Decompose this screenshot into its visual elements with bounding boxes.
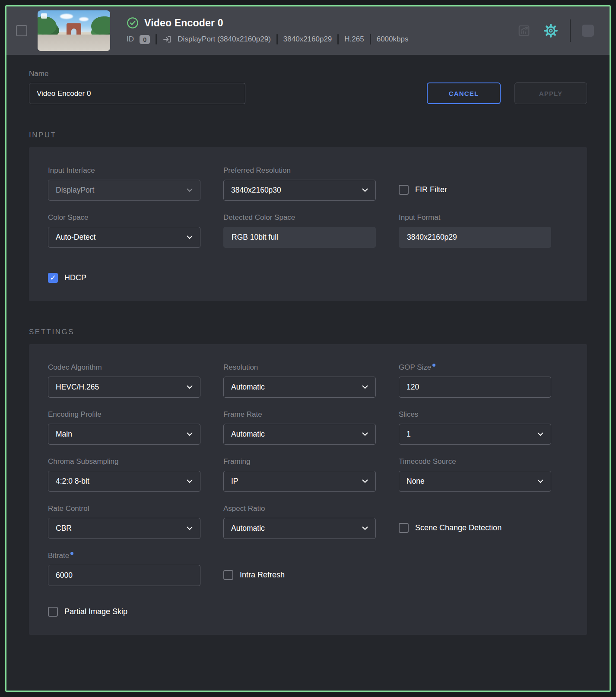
select-encoder-checkbox[interactable] bbox=[16, 25, 27, 36]
settings-panel: Codec Algorithm HEVC/H.265 Resolution Au… bbox=[29, 344, 587, 635]
aspect-ratio-select[interactable]: Automatic bbox=[223, 518, 376, 539]
detected-color-space-field: Detected Color Space RGB 10bit full bbox=[223, 213, 376, 248]
fir-filter-label: FIR Filter bbox=[415, 185, 447, 194]
framing-label: Framing bbox=[223, 457, 376, 466]
meta-source: DisplayPort (3840x2160p29) bbox=[178, 35, 270, 44]
color-swatch-button[interactable] bbox=[582, 25, 594, 37]
encoder-title: Video Encoder 0 bbox=[144, 17, 223, 29]
video-preview-thumbnail[interactable] bbox=[38, 10, 110, 51]
input-format-value: 3840x2160p29 bbox=[399, 227, 551, 248]
id-label: ID bbox=[127, 35, 134, 44]
encoder-header: Video Encoder 0 ID 0 DisplayPort (3840x2… bbox=[6, 6, 610, 55]
codec-algorithm-select[interactable]: HEVC/H.265 bbox=[48, 377, 200, 398]
cancel-button[interactable]: CANCEL bbox=[427, 82, 501, 104]
gear-icon[interactable] bbox=[541, 21, 560, 40]
chroma-subsampling-field: Chroma Subsampling 4:2:0 8-bit bbox=[48, 457, 200, 492]
arch-shape bbox=[67, 23, 81, 35]
fir-filter-checkbox-row[interactable]: FIR Filter bbox=[399, 185, 447, 195]
chroma-subsampling-select[interactable]: 4:2:0 8-bit bbox=[48, 471, 200, 492]
path-shape bbox=[38, 35, 110, 51]
codec-algorithm-label: Codec Algorithm bbox=[48, 363, 200, 372]
timecode-source-label: Timecode Source bbox=[399, 457, 551, 466]
partial-image-skip-checkbox[interactable] bbox=[48, 607, 58, 617]
frame-rate-select[interactable]: Automatic bbox=[223, 424, 376, 445]
chroma-subsampling-label: Chroma Subsampling bbox=[48, 457, 200, 466]
scene-change-detection-label: Scene Change Detection bbox=[415, 523, 502, 532]
cloud-shape bbox=[79, 17, 89, 21]
trees-shape bbox=[91, 16, 110, 35]
slices-select[interactable]: 1 bbox=[399, 424, 551, 445]
divider bbox=[337, 34, 339, 44]
frame-rate-label: Frame Rate bbox=[223, 410, 376, 419]
intra-refresh-checkbox-row[interactable]: Intra Refresh bbox=[223, 570, 285, 580]
modified-dot bbox=[432, 364, 435, 367]
id-badge: 0 bbox=[140, 35, 150, 44]
input-format-field: Input Format 3840x2160p29 bbox=[399, 213, 551, 248]
preferred-resolution-label: Preferred Resolution bbox=[223, 166, 376, 175]
input-format-label: Input Format bbox=[399, 213, 551, 222]
color-space-label: Color Space bbox=[48, 213, 200, 222]
partial-image-skip-label: Partial Image Skip bbox=[64, 607, 127, 616]
gop-size-label: GOP Size bbox=[399, 363, 551, 372]
encoder-meta: ID 0 DisplayPort (3840x2160p29) 3840x216… bbox=[127, 34, 408, 44]
detected-color-space-value: RGB 10bit full bbox=[223, 227, 376, 248]
input-interface-select: DisplayPort bbox=[48, 180, 200, 201]
cloud-shape bbox=[60, 14, 73, 19]
bitrate-input[interactable] bbox=[48, 565, 200, 586]
trees-shape bbox=[38, 16, 57, 35]
apply-button[interactable]: APPLY bbox=[514, 82, 587, 104]
slices-field: Slices 1 bbox=[399, 410, 551, 445]
partial-image-skip-checkbox-row[interactable]: Partial Image Skip bbox=[48, 607, 568, 617]
framing-field: Framing IP bbox=[223, 457, 376, 492]
color-space-select[interactable]: Auto-Detect bbox=[48, 227, 200, 248]
meta-bitrate: 6000kbps bbox=[377, 35, 409, 44]
modified-dot bbox=[70, 552, 73, 555]
meta-codec: H.265 bbox=[344, 35, 364, 44]
divider bbox=[370, 34, 371, 44]
aspect-ratio-field: Aspect Ratio Automatic bbox=[223, 504, 376, 539]
input-section-title: INPUT bbox=[29, 131, 587, 139]
divider bbox=[156, 34, 157, 44]
preferred-resolution-field: Preferred Resolution 3840x2160p30 bbox=[223, 166, 376, 201]
detected-color-space-label: Detected Color Space bbox=[223, 213, 376, 222]
hdcp-checkbox[interactable] bbox=[48, 273, 58, 283]
meta-resolution: 3840x2160p29 bbox=[283, 35, 332, 44]
color-space-field: Color Space Auto-Detect bbox=[48, 213, 200, 248]
resolution-select[interactable]: Automatic bbox=[223, 377, 376, 398]
intra-refresh-checkbox[interactable] bbox=[223, 570, 233, 580]
arrow-into-bracket-icon bbox=[162, 35, 172, 44]
rate-control-select[interactable]: CBR bbox=[48, 518, 200, 539]
settings-section-title: SETTINGS bbox=[29, 328, 587, 336]
encoder-card: Video Encoder 0 ID 0 DisplayPort (3840x2… bbox=[5, 5, 611, 692]
resolution-label: Resolution bbox=[223, 363, 376, 372]
slices-label: Slices bbox=[399, 410, 551, 419]
name-field-group: Name bbox=[29, 70, 245, 104]
input-interface-label: Input Interface bbox=[48, 166, 200, 175]
hdcp-label: HDCP bbox=[64, 273, 86, 282]
divider bbox=[276, 34, 278, 44]
name-input[interactable] bbox=[29, 83, 245, 104]
chart-icon[interactable] bbox=[514, 21, 533, 40]
fir-filter-checkbox[interactable] bbox=[399, 185, 409, 195]
codec-algorithm-field: Codec Algorithm HEVC/H.265 bbox=[48, 363, 200, 398]
timecode-source-field: Timecode Source None bbox=[399, 457, 551, 492]
preferred-resolution-select[interactable]: 3840x2160p30 bbox=[223, 180, 376, 201]
watermark-logo bbox=[41, 13, 47, 19]
gop-size-input[interactable] bbox=[399, 377, 551, 398]
hdcp-checkbox-row[interactable]: HDCP bbox=[48, 273, 568, 283]
encoding-profile-field: Encoding Profile Main bbox=[48, 410, 200, 445]
input-panel: Input Interface DisplayPort Preferred Re… bbox=[29, 147, 587, 301]
bitrate-label: Bitrate bbox=[48, 551, 200, 560]
gop-size-field: GOP Size bbox=[399, 363, 551, 398]
framing-select[interactable]: IP bbox=[223, 471, 376, 492]
timecode-source-select[interactable]: None bbox=[399, 471, 551, 492]
encoding-profile-select[interactable]: Main bbox=[48, 424, 200, 445]
name-label: Name bbox=[29, 70, 245, 78]
scene-change-detection-checkbox-row[interactable]: Scene Change Detection bbox=[399, 523, 502, 533]
encoding-profile-label: Encoding Profile bbox=[48, 410, 200, 419]
scene-change-detection-checkbox[interactable] bbox=[399, 523, 409, 533]
divider bbox=[570, 19, 571, 42]
input-interface-field: Input Interface DisplayPort bbox=[48, 166, 200, 201]
rate-control-label: Rate Control bbox=[48, 504, 200, 513]
intra-refresh-label: Intra Refresh bbox=[240, 570, 285, 580]
